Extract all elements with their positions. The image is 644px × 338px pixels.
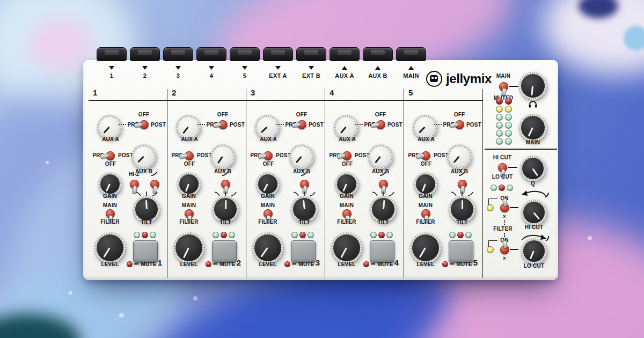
io-port-label: 1 — [110, 72, 113, 79]
tilt-label: TILT — [288, 219, 320, 226]
aux-b-mode-toggle[interactable] — [421, 151, 430, 160]
filter-slope-toggle[interactable] — [458, 180, 467, 189]
filter-slope-toggle[interactable] — [150, 180, 159, 189]
red-led — [457, 232, 464, 238]
filter-main-toggle[interactable] — [106, 209, 115, 218]
aux-b-mode-toggle[interactable] — [185, 151, 194, 160]
aux-b-knob[interactable] — [447, 144, 472, 169]
aux-a-label: AUX A — [94, 136, 127, 143]
tilt-knob[interactable] — [370, 196, 397, 223]
channel-led-trio — [134, 232, 157, 238]
aux-a-label: AUX A — [173, 136, 206, 143]
tilt-knob[interactable] — [133, 196, 160, 223]
io-port: 2 — [128, 47, 162, 79]
jack-connector[interactable] — [163, 47, 193, 61]
hicut-locut-toggle[interactable] — [498, 163, 507, 172]
aux-b-knob[interactable] — [131, 144, 156, 169]
tilt-knob[interactable] — [449, 196, 475, 223]
io-port-label: 4 — [210, 72, 213, 79]
aux-b-mode-toggle[interactable] — [264, 151, 273, 160]
tilt-knob[interactable] — [291, 196, 318, 223]
level-knob[interactable] — [252, 232, 283, 263]
q-knob[interactable] — [520, 156, 546, 181]
level-knob[interactable] — [173, 232, 204, 263]
filter-label: FILTER — [94, 219, 126, 225]
jack-connector[interactable] — [363, 47, 393, 61]
jack-connector[interactable] — [97, 47, 127, 61]
filter-main-toggle[interactable] — [264, 209, 273, 218]
channel-led-trio — [449, 232, 473, 238]
gain-knob[interactable] — [98, 172, 122, 196]
meter-green-led — [496, 138, 503, 145]
aux-a-off-label: OFF — [292, 112, 311, 118]
channel-strip: 1 AUX A OFF PRE POST PRE POST OFF AUX B — [89, 89, 167, 278]
gain-knob[interactable] — [256, 172, 280, 196]
hiz-toggle[interactable] — [130, 180, 139, 189]
brand-logo-icon — [426, 71, 442, 87]
io-port: EXT A — [261, 47, 295, 79]
level-knob[interactable] — [331, 232, 362, 263]
main-mute-toggle[interactable] — [499, 82, 508, 91]
filter-main-toggle[interactable] — [421, 209, 430, 218]
aux-a-mode-toggle[interactable] — [455, 120, 464, 129]
arrow-down-icon — [209, 66, 214, 70]
strip-header-line — [89, 100, 167, 101]
aux-a-mode-toggle[interactable] — [376, 120, 385, 129]
jack-connector[interactable] — [130, 47, 160, 61]
green-led — [150, 232, 156, 238]
jack-connector[interactable] — [396, 47, 426, 61]
gain-label: GAIN — [173, 193, 205, 200]
level-knob[interactable] — [94, 232, 126, 263]
channel-led-trio — [213, 232, 236, 238]
filter-main-label: MAIN — [173, 202, 205, 209]
tilt-knob[interactable] — [212, 196, 239, 223]
locut-knob[interactable] — [521, 238, 547, 264]
hicut-knob[interactable] — [521, 200, 547, 225]
mute-button[interactable] — [291, 240, 316, 263]
filter-main-toggle[interactable] — [342, 209, 352, 218]
filter-slope-toggle[interactable] — [221, 180, 230, 189]
mute-button[interactable] — [212, 240, 237, 263]
channel-strip: 3 AUX A OFF PRE POST PRE POST OFF AUX B — [246, 89, 325, 278]
gain-knob[interactable] — [414, 172, 437, 196]
aux-b-knob[interactable] — [210, 144, 235, 169]
io-port-label: MAIN — [403, 72, 419, 79]
jack-connector[interactable] — [230, 47, 260, 61]
aux-a-mode-toggle[interactable] — [140, 120, 149, 129]
aux-a-mode-toggle[interactable] — [218, 120, 228, 129]
gain-label: GAIN — [252, 193, 284, 200]
arrow-down-icon — [242, 66, 247, 70]
hicut-on-toggle[interactable] — [500, 203, 509, 212]
jack-connector[interactable] — [296, 47, 326, 61]
knob-pointer — [209, 143, 236, 170]
aux-b-mode-toggle[interactable] — [342, 151, 352, 160]
jack-connector[interactable] — [263, 47, 293, 61]
locut-on-toggle[interactable] — [500, 245, 509, 254]
level-knob[interactable] — [410, 232, 441, 263]
main-knob[interactable] — [519, 114, 547, 142]
green-led — [386, 232, 393, 238]
level-label: LEVEL — [173, 261, 205, 268]
gain-knob[interactable] — [177, 172, 201, 196]
filter-slope-toggle[interactable] — [379, 180, 388, 189]
knob-pointer — [98, 172, 122, 196]
aux-a-mode-toggle[interactable] — [297, 120, 306, 129]
channel-header-number: 1 — [93, 90, 98, 96]
mute-button[interactable] — [370, 240, 394, 263]
aux-b-mode-toggle[interactable] — [106, 151, 115, 160]
shelf-curve-icon — [301, 171, 308, 177]
filter-main-toggle[interactable] — [185, 209, 194, 218]
strip-header-line — [246, 100, 325, 101]
aux-b-knob[interactable] — [289, 144, 314, 169]
meter-red-led — [505, 98, 512, 105]
phones-knob[interactable] — [519, 72, 547, 100]
aux-b-knob[interactable] — [368, 144, 393, 169]
jack-connector[interactable] — [196, 47, 226, 61]
jack-connector[interactable] — [330, 47, 360, 61]
filter-slope-toggle[interactable] — [300, 180, 309, 189]
mute-button[interactable] — [133, 240, 158, 263]
gain-knob[interactable] — [335, 172, 358, 196]
channel-strip: 4 AUX A OFF PRE POST PRE POST OFF AUX B — [325, 89, 404, 278]
mute-button[interactable] — [449, 240, 473, 263]
gain-label: GAIN — [94, 193, 126, 200]
